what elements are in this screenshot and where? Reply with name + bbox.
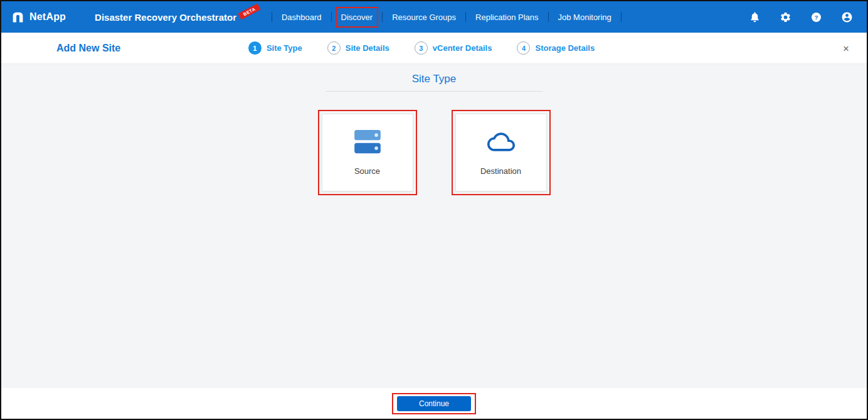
wizard-steps: 1 Site Type 2 Site Details 3 vCenter Det… (248, 41, 595, 55)
step-site-details[interactable]: 2 Site Details (327, 41, 389, 55)
bell-icon[interactable] (749, 11, 761, 23)
wizard-header: Add New Site 1 Site Type 2 Site Details … (1, 33, 867, 64)
wizard-body: Site Type Source (1, 64, 867, 388)
step-1-label: Site Type (267, 43, 302, 53)
step-2-circle: 2 (327, 41, 341, 55)
continue-button[interactable]: Continue (397, 396, 471, 411)
source-card-wrap: Source (322, 114, 413, 191)
section-title-site-type: Site Type (1, 64, 867, 85)
nav-separator (465, 12, 466, 22)
step-1-circle: 1 (248, 41, 262, 55)
step-storage-details[interactable]: 4 Storage Details (517, 41, 595, 55)
nav-separator (331, 12, 332, 22)
nav-item-job-monitoring[interactable]: Job Monitoring (558, 13, 611, 22)
server-stack-icon (349, 128, 386, 156)
continue-button-wrap: Continue (397, 396, 471, 411)
source-card-label: Source (354, 166, 380, 176)
nav-item-dashboard[interactable]: Dashboard (282, 13, 322, 22)
gear-icon[interactable] (780, 11, 791, 23)
step-3-label: vCenter Details (433, 43, 492, 53)
nav-separator (621, 12, 622, 22)
nav-item-replication-plans[interactable]: Replication Plans (475, 13, 538, 22)
netapp-logo-icon (11, 11, 24, 24)
step-vcenter-details[interactable]: 3 vCenter Details (415, 41, 492, 55)
top-nav: NetApp Disaster Recovery Orchestrator BE… (1, 1, 867, 33)
nav-separator (548, 12, 549, 22)
nav-separator (272, 12, 272, 22)
step-2-label: Site Details (346, 43, 389, 53)
page-title: Add New Site (56, 43, 120, 54)
app-window: NetApp Disaster Recovery Orchestrator BE… (0, 0, 868, 420)
wizard-footer: Continue (1, 388, 867, 419)
step-4-label: Storage Details (535, 43, 595, 53)
beta-ribbon: BETA (238, 3, 261, 19)
close-icon[interactable]: × (843, 43, 849, 53)
destination-card-label: Destination (480, 166, 521, 176)
netapp-logo: NetApp (11, 11, 66, 24)
step-3-circle: 3 (415, 41, 428, 55)
svg-text:?: ? (814, 13, 818, 20)
source-card[interactable]: Source (322, 114, 413, 191)
destination-card-wrap: Destination (455, 114, 547, 191)
nav-item-discover-wrap: Discover (341, 13, 373, 22)
main-nav: Dashboard Discover Resource Groups Repli… (262, 12, 631, 22)
nav-item-resource-groups[interactable]: Resource Groups (392, 13, 456, 22)
destination-card[interactable]: Destination (455, 114, 547, 191)
step-4-circle: 4 (517, 41, 530, 55)
top-nav-actions: ? (749, 11, 853, 23)
step-site-type[interactable]: 1 Site Type (248, 41, 302, 55)
account-icon[interactable] (841, 11, 853, 23)
app-title: Disaster Recovery Orchestrator (95, 12, 236, 23)
heading-divider (326, 91, 542, 92)
nav-separator (382, 12, 383, 22)
nav-item-discover[interactable]: Discover (341, 13, 373, 22)
help-icon[interactable]: ? (810, 11, 822, 23)
cloud-icon (483, 128, 519, 156)
brand-text: NetApp (29, 11, 66, 23)
site-type-cards: Source Destination (1, 114, 867, 191)
